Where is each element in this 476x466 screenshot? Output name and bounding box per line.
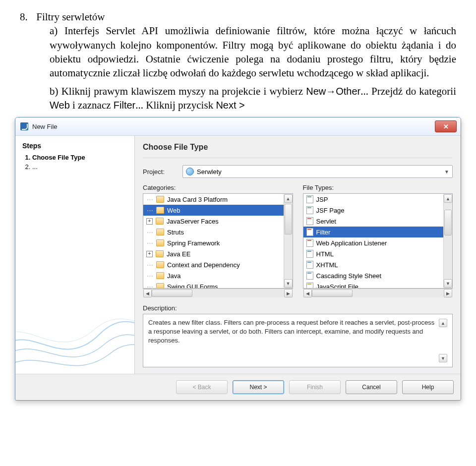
category-label: JavaServer Faces bbox=[167, 218, 219, 225]
expand-icon[interactable]: + bbox=[146, 251, 153, 257]
scroll-up-icon[interactable]: ▲ bbox=[444, 194, 452, 203]
item-a-label: a) bbox=[50, 25, 58, 37]
description-box: Creates a new filter class. Filters can … bbox=[143, 314, 453, 367]
item-b-text-2: ... Przejdź do kategorii bbox=[360, 85, 456, 97]
close-icon: ✕ bbox=[443, 123, 449, 130]
folder-icon bbox=[156, 229, 164, 235]
project-value: Serwlety bbox=[197, 168, 222, 175]
vertical-scrollbar[interactable]: ▲ ▼ bbox=[439, 318, 447, 363]
steps-heading: Steps bbox=[15, 136, 134, 153]
scroll-down-icon[interactable]: ▼ bbox=[444, 279, 452, 288]
category-label: Struts bbox=[167, 229, 184, 236]
cancel-button[interactable]: Cancel bbox=[346, 380, 397, 394]
filetypes-listbox[interactable]: JSP JSF Page Servlet Filter Web Applicat… bbox=[303, 193, 453, 289]
new-file-dialog: New File ✕ Steps Choose File Type ... bbox=[15, 117, 461, 401]
file-icon bbox=[306, 217, 313, 225]
item-b-text-4: ... Kliknij przycisk bbox=[135, 99, 216, 111]
filetype-item[interactable]: Servlet bbox=[303, 216, 444, 227]
scroll-left-icon[interactable]: ◀ bbox=[303, 289, 312, 297]
folder-icon bbox=[156, 283, 164, 288]
scroll-down-icon[interactable]: ▼ bbox=[439, 354, 447, 362]
decorative-wave bbox=[15, 280, 135, 374]
category-item[interactable]: ⋯ Spring Framework bbox=[143, 237, 284, 248]
item-b-label: b) bbox=[50, 85, 59, 97]
tree-line: ⋯ bbox=[146, 283, 153, 289]
scroll-thumb-h[interactable] bbox=[312, 290, 353, 297]
scroll-down-icon[interactable]: ▼ bbox=[284, 279, 293, 288]
help-button[interactable]: Help bbox=[402, 380, 454, 394]
filetype-label: Cascading Style Sheet bbox=[316, 272, 382, 280]
filetypes-label: File Types: bbox=[303, 184, 453, 191]
scroll-right-icon[interactable]: ▶ bbox=[444, 289, 452, 297]
ui-web: Web bbox=[50, 100, 70, 111]
ui-new-other: New→Other bbox=[306, 86, 360, 97]
file-icon bbox=[306, 261, 313, 269]
filetype-item[interactable]: XHTML bbox=[303, 259, 444, 270]
ui-next: Next > bbox=[216, 100, 244, 111]
scroll-thumb-h[interactable] bbox=[152, 290, 192, 297]
scroll-up-icon[interactable]: ▲ bbox=[439, 319, 447, 327]
close-button[interactable]: ✕ bbox=[435, 120, 457, 132]
category-item[interactable]: ⋯ Java bbox=[143, 270, 284, 281]
horizontal-scrollbar[interactable]: ◀ ▶ bbox=[143, 289, 293, 297]
finish-button[interactable]: Finish bbox=[289, 380, 341, 394]
vertical-scrollbar[interactable]: ▲ ▼ bbox=[284, 194, 293, 288]
category-label: Java bbox=[167, 272, 180, 280]
scroll-up-icon[interactable]: ▲ bbox=[284, 194, 293, 203]
category-item[interactable]: ⋯ Swing GUI Forms bbox=[143, 281, 284, 288]
back-button[interactable]: < Back bbox=[176, 380, 228, 394]
button-row: < Back Next > Finish Cancel Help bbox=[15, 374, 461, 400]
filetype-label: Servlet bbox=[316, 218, 336, 225]
scroll-thumb[interactable] bbox=[285, 204, 292, 234]
categories-label: Categories: bbox=[143, 184, 293, 191]
filetype-item[interactable]: HTML bbox=[303, 248, 444, 259]
category-label: Context and Dependency bbox=[167, 261, 240, 269]
category-item[interactable]: ⋯ Web bbox=[143, 205, 284, 216]
category-item[interactable]: ⋯ Context and Dependency bbox=[143, 259, 284, 270]
file-icon bbox=[306, 239, 313, 247]
filetype-item[interactable]: Web Application Listener bbox=[303, 237, 444, 248]
tree-line: ⋯ bbox=[146, 239, 153, 247]
folder-icon bbox=[156, 207, 164, 214]
category-item[interactable]: ⋯ Java Card 3 Platform bbox=[143, 194, 284, 205]
folder-icon bbox=[156, 272, 164, 279]
document-text: 8. Filtry serwletów a) Interfejs Servlet… bbox=[0, 0, 476, 117]
category-item[interactable]: ⋯ Struts bbox=[143, 227, 284, 237]
category-item[interactable]: + Java EE bbox=[143, 248, 284, 259]
horizontal-scrollbar[interactable]: ◀ ▶ bbox=[303, 289, 453, 297]
expand-icon[interactable]: + bbox=[146, 218, 153, 225]
chevron-down-icon: ▼ bbox=[444, 169, 449, 175]
filetype-label: JavaScript File bbox=[316, 283, 358, 289]
file-icon bbox=[306, 272, 313, 280]
project-combo[interactable]: Serwlety ▼ bbox=[182, 165, 453, 178]
file-icon bbox=[306, 283, 313, 288]
filetype-item[interactable]: JSP bbox=[303, 194, 444, 205]
vertical-scrollbar[interactable]: ▲ ▼ bbox=[443, 194, 452, 288]
filetype-label: JSF Page bbox=[316, 207, 345, 214]
filetype-item[interactable]: Filter bbox=[303, 227, 444, 237]
filetype-item[interactable]: JavaScript File bbox=[303, 281, 444, 288]
filetype-item[interactable]: JSF Page bbox=[303, 205, 444, 216]
category-label: Swing GUI Forms bbox=[167, 283, 218, 289]
file-icon bbox=[306, 195, 313, 203]
filetype-label: JSP bbox=[316, 196, 328, 203]
item-a-text: Interfejs Servlet API umożliwia definiow… bbox=[50, 25, 456, 79]
category-item[interactable]: + JavaServer Faces bbox=[143, 216, 284, 227]
scroll-right-icon[interactable]: ▶ bbox=[284, 289, 293, 297]
item-b-text-1: Kliknij prawym klawiszem myszy na projek… bbox=[61, 85, 306, 97]
filetype-item[interactable]: Cascading Style Sheet bbox=[303, 270, 444, 281]
titlebar[interactable]: New File ✕ bbox=[15, 117, 461, 136]
app-icon bbox=[20, 122, 28, 130]
ui-filter: Filter bbox=[114, 100, 135, 111]
folder-icon bbox=[156, 196, 164, 203]
section-title: Filtry serwletów bbox=[36, 11, 105, 23]
tree-line: ⋯ bbox=[146, 207, 153, 214]
scroll-thumb[interactable] bbox=[444, 210, 452, 235]
scroll-left-icon[interactable]: ◀ bbox=[143, 289, 152, 297]
categories-listbox[interactable]: ⋯ Java Card 3 Platform⋯ Web+ JavaServer … bbox=[143, 193, 293, 289]
next-button[interactable]: Next > bbox=[233, 380, 284, 394]
tree-line: ⋯ bbox=[146, 261, 153, 269]
file-icon bbox=[306, 206, 313, 214]
filetype-label: XHTML bbox=[316, 261, 338, 269]
description-label: Description: bbox=[143, 304, 453, 312]
